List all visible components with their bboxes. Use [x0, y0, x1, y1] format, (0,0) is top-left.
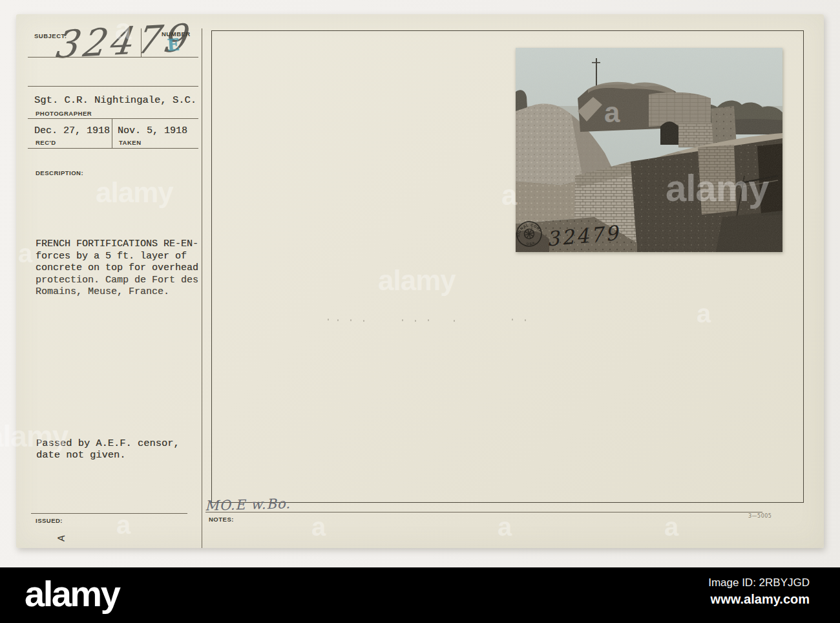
- censor-note: Passed by A.E.F. censor, date not given.: [36, 438, 180, 461]
- received-date: Dec. 27, 1918: [34, 125, 110, 136]
- photo-art: SIGNAL CORPS U.S.A. 32479: [516, 48, 782, 252]
- description-line: forces by a 5 ft. layer of: [36, 251, 209, 263]
- ink-speck: [337, 319, 339, 321]
- footer-info: Image ID: 2RBYJGD www.alamy.com: [708, 576, 810, 607]
- photograph: SIGNAL CORPS U.S.A. 32479: [516, 48, 782, 252]
- alamy-footer-bar: alamy Image ID: 2RBYJGD www.alamy.com: [0, 567, 840, 623]
- rule-3: [28, 118, 198, 119]
- photographer-name: Sgt. C.R. Nightingale, S.C.: [34, 94, 196, 106]
- archive-card: SUBJECT: 32479 NUMBER E Sgt. C.R. Nighti…: [16, 14, 824, 548]
- description-line: protection. Camp de Fort des: [36, 275, 209, 287]
- ink-speck: [402, 319, 403, 321]
- ink-speck: [525, 319, 526, 321]
- description-line: concrete on top for overhead: [36, 262, 209, 275]
- taken-label: TAKEN: [119, 139, 142, 146]
- header-column-divider: [141, 28, 142, 57]
- issued-label: ISSUED:: [36, 517, 63, 524]
- notes-handwritten: MO.E w.Bo.: [205, 496, 291, 513]
- alamy-logo: alamy: [25, 573, 119, 615]
- rule-under-subject: [28, 57, 198, 58]
- card-column-divider: [202, 28, 202, 548]
- taken-date: Nov. 5, 1918: [118, 125, 187, 136]
- ink-speck: [415, 320, 416, 322]
- ink-speck: [350, 319, 352, 321]
- number-stamp: E: [167, 35, 180, 54]
- notes-label: NOTES:: [209, 516, 234, 523]
- ink-speck: [363, 320, 364, 322]
- description-line: FRENCH FORTIFICATIONS RE-EN-: [36, 238, 209, 251]
- image-id-text: Image ID: 2RBYJGD: [708, 576, 810, 589]
- received-label: REC'D: [36, 139, 56, 146]
- notes-underline: [205, 512, 762, 512]
- ink-speck: [454, 320, 455, 322]
- ink-speck: [428, 319, 429, 321]
- rule-issued: [31, 513, 187, 514]
- rule-2: [28, 86, 198, 87]
- ink-speck: [512, 319, 513, 321]
- rule-4: [28, 148, 198, 149]
- photo-grain: [516, 48, 782, 252]
- description-line: Romains, Meuse, France.: [36, 286, 209, 299]
- issued-mark: A: [56, 535, 68, 542]
- description-label: DESCRIPTION:: [36, 169, 83, 176]
- photographer-label: PHOTOGRAPHER: [36, 110, 92, 117]
- censor-line: Passed by A.E.F. censor,: [36, 438, 180, 449]
- censor-line: date not given.: [36, 449, 180, 461]
- description-text: FRENCH FORTIFICATIONS RE-EN- forces by a…: [36, 238, 209, 299]
- form-number: 3—5005: [748, 513, 772, 519]
- alamy-url-text: www.alamy.com: [708, 592, 810, 607]
- ink-speck: [328, 319, 329, 321]
- date-column-divider: [112, 118, 112, 148]
